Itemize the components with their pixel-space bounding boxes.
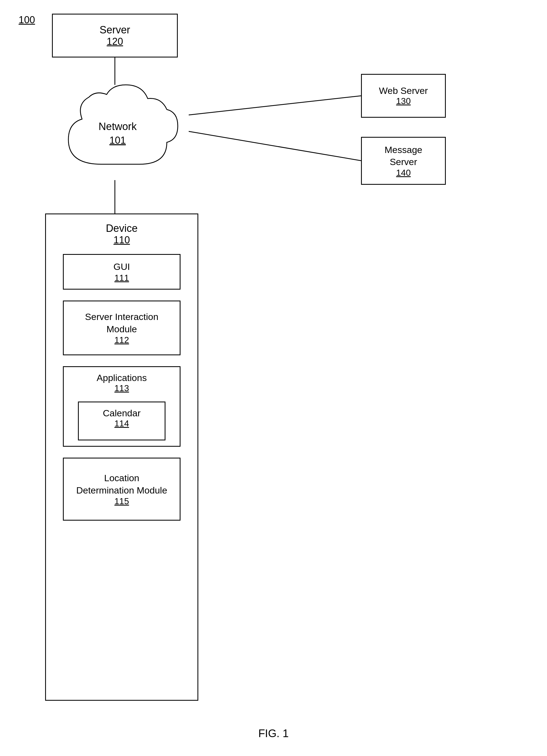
applications-title: Applications xyxy=(97,373,147,383)
server-box: Server 120 xyxy=(52,14,178,57)
msgserver-num: 140 xyxy=(396,168,410,178)
calendar-num: 114 xyxy=(114,419,129,429)
gui-num: 111 xyxy=(114,273,129,283)
svg-line-4 xyxy=(189,96,361,115)
gui-box: GUI 111 xyxy=(63,254,181,290)
calendar-box: Calendar 114 xyxy=(78,402,166,440)
ldm-box: Location Determination Module 115 xyxy=(63,458,181,521)
svg-text:101: 101 xyxy=(109,135,126,146)
server-title: Server xyxy=(100,24,130,36)
svg-text:Network: Network xyxy=(99,121,137,132)
device-box: Device 110 GUI 111 Server Interaction Mo… xyxy=(45,213,198,701)
label-100: 100 xyxy=(19,14,35,26)
sim-title: Server Interaction Module xyxy=(85,311,158,335)
svg-line-5 xyxy=(189,131,361,161)
sim-num: 112 xyxy=(114,335,129,345)
network-cloud-svg: Network 101 xyxy=(47,77,189,181)
diagram-container: 100 Server 120 Web Server 130 Message Se… xyxy=(0,0,547,756)
applications-box: Applications 113 Calendar 114 xyxy=(63,366,181,447)
msgserver-title: Message Server xyxy=(384,144,422,168)
webserver-num: 130 xyxy=(396,96,410,106)
ldm-num: 115 xyxy=(114,496,129,506)
gui-title: GUI xyxy=(114,261,130,273)
fig-label: FIG. 1 xyxy=(258,727,288,740)
network-cloud-container: Network 101 xyxy=(47,77,189,181)
server-num: 120 xyxy=(107,36,123,47)
webserver-title: Web Server xyxy=(379,85,428,96)
sim-box: Server Interaction Module 112 xyxy=(63,301,181,355)
webserver-box: Web Server 130 xyxy=(361,74,446,118)
calendar-title: Calendar xyxy=(103,408,141,419)
device-num: 110 xyxy=(114,234,130,246)
msgserver-box: Message Server 140 xyxy=(361,137,446,185)
applications-num: 113 xyxy=(114,383,129,393)
device-title: Device xyxy=(106,223,138,234)
ldm-title: Location Determination Module xyxy=(76,472,167,496)
